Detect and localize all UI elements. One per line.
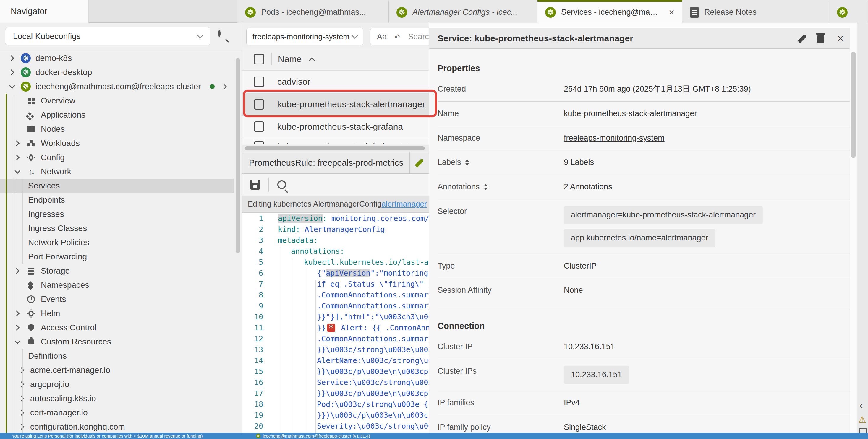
- chevron-down-icon[interactable]: [9, 83, 15, 89]
- sidebar-search-button[interactable]: [218, 31, 221, 36]
- sidebar-item-overview[interactable]: Overview: [0, 94, 234, 108]
- column-header-name[interactable]: Name: [278, 54, 302, 64]
- editing-resource-link[interactable]: alertmanager: [381, 199, 427, 209]
- row-checkbox[interactable]: [254, 122, 264, 132]
- search-input[interactable]: Aa ▪* Search: [370, 28, 429, 45]
- sidebar-item-endpoints[interactable]: Endpoints: [0, 193, 234, 207]
- code-content: annotations:: [271, 247, 344, 256]
- chevron-right-icon[interactable]: [13, 140, 20, 146]
- sidebar-item-access-control[interactable]: Access Control: [0, 320, 234, 335]
- match-case-icon[interactable]: Aa: [377, 32, 387, 41]
- sidebar-item-ingresses[interactable]: Ingresses: [0, 207, 234, 221]
- chevron-right-icon[interactable]: [13, 268, 20, 274]
- chevron-right-icon[interactable]: [13, 310, 20, 316]
- sidebar-item-acme-cert-manager-io[interactable]: acme.cert-manager.io: [0, 363, 234, 377]
- yaml-editor[interactable]: 1apiVersion: monitoring.coreos.com/v12ki…: [242, 213, 429, 433]
- code-content: .CommonAnnotations.summary }}: [271, 302, 429, 310]
- row-checkbox[interactable]: [254, 141, 264, 144]
- tab-pods-icecheng-mathmas-[interactable]: ☸Pods - icecheng@mathmas...: [238, 0, 389, 23]
- tab-release-notes[interactable]: Release Notes: [682, 0, 829, 23]
- sidebar-item-port-forwarding[interactable]: Port Forwarding: [0, 250, 234, 264]
- chevron-down-icon[interactable]: [14, 168, 21, 174]
- chevron-right-icon[interactable]: [18, 367, 24, 373]
- sidebar-item-network-policies[interactable]: Network Policies: [0, 235, 234, 250]
- save-icon[interactable]: [250, 180, 260, 190]
- dock-edit-button[interactable]: [409, 152, 429, 173]
- chevron-right-icon[interactable]: [18, 381, 24, 387]
- detail-top-gap: [429, 23, 857, 28]
- code-line: 19}})\u003c/p\u003e\n\u003cp\u00: [242, 410, 429, 421]
- row-checkbox[interactable]: [254, 76, 264, 87]
- sidebar-item-argoproj-io[interactable]: argoproj.io: [0, 377, 234, 392]
- navigator-tab[interactable]: Navigator: [0, 0, 89, 23]
- detail-scrollbar[interactable]: [850, 28, 857, 433]
- sidebar-item-cert-manager-io[interactable]: cert-manager.io: [0, 406, 234, 420]
- detail-label-text: Cluster IPs: [438, 367, 476, 376]
- sidebar-item-events[interactable]: Events: [0, 292, 234, 306]
- tab-label: Services - icecheng@math...: [561, 8, 659, 17]
- sidebar-item-docker-desktop[interactable]: ☸docker-desktop: [0, 65, 234, 79]
- chevron-right-icon[interactable]: [18, 424, 24, 430]
- sidebar-item-namespaces[interactable]: Namespaces: [0, 278, 234, 292]
- detail-value-link[interactable]: freeleaps-monitoring-system: [564, 133, 664, 144]
- sidebar-item-autoscaling-k8s-io[interactable]: autoscaling.k8s.io: [0, 392, 234, 406]
- chevron-right-icon[interactable]: [18, 410, 24, 416]
- warning-icon[interactable]: ⚠: [858, 414, 866, 425]
- horizontal-scrollbar-thumb[interactable]: [245, 146, 425, 150]
- detail-label-text: Annotations: [438, 182, 480, 192]
- chevron-right-icon[interactable]: [13, 325, 20, 331]
- trash-icon[interactable]: [817, 35, 824, 43]
- sidebar-item-ingress-classes[interactable]: Ingress Classes: [0, 221, 234, 235]
- horizontal-scrollbar[interactable]: [242, 145, 429, 151]
- tab-alertmanager-configs-ice[interactable]: ☸Alertmanager Configs - icec...: [389, 0, 537, 23]
- line-number: 1: [242, 214, 271, 223]
- sidebar-item-helm[interactable]: Helm: [0, 306, 234, 320]
- sidebar-scrollbar[interactable]: [236, 58, 240, 253]
- sidebar-item-workloads[interactable]: Workloads: [0, 136, 234, 150]
- code-line: 2kind: AlertmanagerConfig: [242, 224, 429, 235]
- sidebar-item-icecheng-mathmast-com-freeleaps-cluster[interactable]: ☸icecheng@mathmast.com@freeleaps-cluster: [0, 79, 234, 94]
- kubeconfig-select[interactable]: Local Kubeconfigs: [5, 27, 211, 45]
- table-row-partial[interactable]: kube-prometheus-stack-kube-state-metrics: [242, 138, 429, 144]
- chevron-right-icon[interactable]: [18, 396, 24, 402]
- tab-partial[interactable]: ☸: [829, 0, 868, 23]
- sidebar-item-config[interactable]: Config: [0, 150, 234, 165]
- chevron-left-icon[interactable]: ‹: [860, 399, 863, 412]
- table-row[interactable]: kube-prometheus-stack-grafana: [242, 115, 429, 138]
- detail-row-annotations: Annotations2 Annotations: [438, 175, 850, 199]
- sidebar-item-custom-resources[interactable]: Custom Resources: [0, 335, 234, 349]
- chevron-down-icon: [351, 32, 358, 39]
- line-number: 11: [242, 324, 271, 332]
- edit-icon[interactable]: [798, 33, 807, 43]
- regex-icon[interactable]: ▪*: [394, 32, 400, 41]
- sort-ascending-icon[interactable]: [309, 57, 315, 63]
- detail-label-text: Created: [438, 85, 466, 94]
- sidebar-item-configuration-konghq-com[interactable]: configuration.konghq.com: [0, 420, 234, 433]
- sidebar-item-applications[interactable]: Applications: [0, 108, 234, 122]
- select-all-checkbox[interactable]: [254, 54, 264, 64]
- sidebar-item-network[interactable]: ↑↓Network: [0, 165, 234, 179]
- chevron-right-icon[interactable]: [8, 69, 14, 75]
- chevron-right-icon[interactable]: [8, 55, 14, 61]
- code-line: 14AlertName:\u003c/strong\u003e: [242, 355, 429, 366]
- sidebar-item-demo-k8s[interactable]: ☸demo-k8s: [0, 51, 234, 65]
- sidebar-item-definitions[interactable]: Definitions: [0, 349, 234, 363]
- tab-services-icecheng-math-[interactable]: ☸Services - icecheng@math...×: [537, 0, 682, 23]
- chevron-down-icon[interactable]: [14, 338, 21, 344]
- detail-scrollbar-thumb[interactable]: [851, 52, 856, 158]
- sort-toggle-icon[interactable]: [484, 183, 488, 191]
- code-segment: if eq .Status \"firing\" }}: [317, 280, 429, 288]
- prometheusrule-dock-bar[interactable]: PrometheusRule: freepeals-prod-metrics: [242, 152, 429, 174]
- sort-toggle-icon[interactable]: [465, 159, 469, 166]
- editor-search-icon[interactable]: [277, 180, 286, 189]
- close-icon[interactable]: ×: [837, 33, 844, 44]
- sidebar-item-label: Nodes: [41, 124, 65, 134]
- sidebar-item-services[interactable]: Services: [0, 179, 234, 193]
- chevron-right-icon[interactable]: [13, 155, 20, 160]
- cluster-status[interactable]: ☸ icecheng@mathmast.com@freeleaps-cluste…: [256, 433, 370, 438]
- namespace-select[interactable]: freeleaps-monitoring-system: [246, 28, 363, 45]
- editing-status-text: Editing kubernetes AlertmanagerConfig: [248, 199, 381, 209]
- sidebar-item-nodes[interactable]: Nodes: [0, 122, 234, 136]
- tab-close-icon[interactable]: ×: [664, 7, 674, 18]
- sidebar-item-storage[interactable]: Storage: [0, 264, 234, 278]
